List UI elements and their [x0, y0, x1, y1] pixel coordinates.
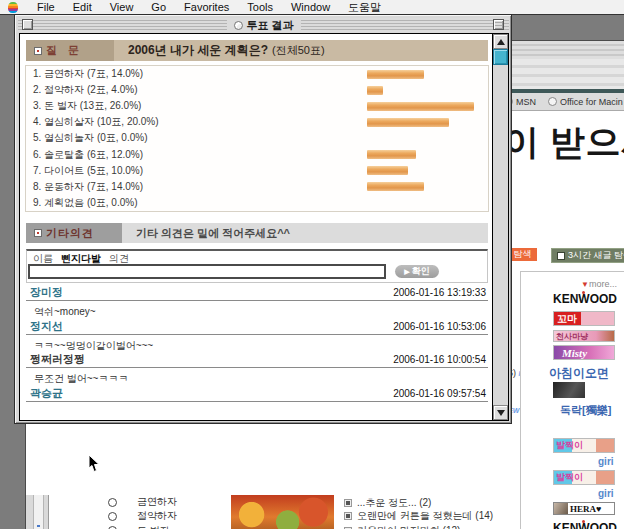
- result-bar: [367, 102, 474, 111]
- result-bar: [367, 182, 424, 191]
- camera-logo-image[interactable]: [553, 382, 585, 398]
- poll-option-row: 5. 열심히놀자 (0표, 0.0%): [26, 130, 488, 146]
- comment-entry: 장미정 2006-01-16 13:19:33 역쉬~money~: [26, 285, 488, 319]
- ad-misty-banner[interactable]: Misty: [553, 345, 615, 360]
- close-box[interactable]: [22, 19, 33, 30]
- comment-header: 쩡쩌러정쩡 2006-01-16 10:00:54: [26, 352, 488, 368]
- comment-list: 장미정 2006-01-16 13:19:33 역쉬~money~ 정지선 20…: [26, 285, 488, 419]
- frame-scroll-track: [33, 495, 44, 529]
- scrollbar[interactable]: [492, 34, 508, 420]
- vote-form: 금연하자 절약하자 돈 벌자 열심히살자 열심히놀자 솔로탈출: [96, 495, 226, 529]
- poll-option-row: 7. 다이어트 (5표, 10.0%): [26, 163, 488, 179]
- etc-opinion-hint: 기타 의견은 밑에 적어주세요^^: [122, 223, 290, 243]
- ad-baljjigi-banner[interactable]: 발찍이: [553, 470, 615, 485]
- more-link[interactable]: ▼more...: [581, 279, 617, 289]
- ad-morning-link[interactable]: 아침이오면: [549, 365, 609, 382]
- banner-text: 이 받으세: [504, 119, 624, 166]
- submit-button[interactable]: ▶ 확인: [395, 265, 439, 278]
- up-arrow-icon: [497, 39, 505, 45]
- menu-tools[interactable]: Tools: [238, 0, 282, 14]
- poll-option-row: 3. 돈 벌자 (13표, 26.0%): [26, 98, 488, 114]
- comment-text: 역쉬~money~: [26, 301, 488, 319]
- vote-option-row: 금연하자: [96, 495, 226, 509]
- menu-window[interactable]: Window: [282, 0, 339, 14]
- board-item[interactable]: ...추운 정도... (2): [344, 496, 431, 509]
- comment-header: 정지선 2006-01-16 10:53:06: [26, 319, 488, 335]
- poll-options-list: 1. 금연하자 (7표, 14.0%) 2. 절약하자 (2표, 4.0%) 3…: [25, 65, 489, 212]
- windowshade-box[interactable]: [493, 19, 504, 30]
- bullet-square-icon: [34, 229, 42, 237]
- result-bar: [367, 150, 416, 159]
- down-arrow-icon: [497, 410, 505, 416]
- favorites-item-office[interactable]: Office for Macin: [542, 96, 624, 108]
- result-bar: [367, 166, 408, 175]
- lantern-photo[interactable]: [231, 495, 334, 529]
- bullet-square-icon: [34, 47, 42, 55]
- poll-option-row: 1. 금연하자 (7표, 14.0%): [26, 66, 488, 82]
- radio-button[interactable]: [108, 512, 117, 521]
- comment-timestamp: 2006-01-16 10:00:54: [393, 354, 486, 365]
- comment-author[interactable]: 정지선: [30, 319, 63, 334]
- ad-dokrak-link[interactable]: 독락[獨樂]: [560, 403, 611, 418]
- poll-option-row: 8. 운동하자 (7표, 14.0%): [26, 179, 488, 195]
- comment-timestamp: 2006-01-16 09:57:54: [393, 388, 486, 399]
- window-icon: [233, 21, 242, 30]
- radio-button[interactable]: [108, 498, 117, 507]
- ad-giri-link[interactable]: giri: [598, 488, 614, 499]
- opinion-form: 이름 삔지다발 의견 ▶ 확인: [26, 249, 488, 283]
- comment-header: 곽승균 2006-01-16 09:57:54: [26, 386, 488, 402]
- recent-posts-badge[interactable]: 3시간 새글 탐색: [551, 248, 624, 263]
- window-title-bar[interactable]: 투표 결과: [18, 18, 509, 32]
- poll-option-row: 2. 절약하자 (2표, 4.0%): [26, 82, 488, 98]
- ad-komma-banner[interactable]: 꼬마: [553, 311, 615, 326]
- comment-author[interactable]: 곽승균: [30, 386, 63, 401]
- ad-baljjigi-banner[interactable]: 발찍이: [553, 438, 615, 453]
- frame-scroll-strip[interactable]: [26, 495, 49, 529]
- comment-entry: 곽승균 2006-01-16 09:57:54: [26, 386, 488, 420]
- comment-entry: 정지선 2006-01-16 10:53:06 ㅋㅋ~~멍멍이같이벌어~~~: [26, 319, 488, 353]
- ad-kenwood[interactable]: KENWOOD: [553, 521, 617, 529]
- poll-result-window: 투표 결과 질 문 2006년 내가 세운 계획은? (전체50표): [14, 14, 512, 424]
- badge-box-icon: [557, 252, 565, 260]
- window-content: 질 문 2006년 내가 세운 계획은? (전체50표) 1. 금연하자 (7표…: [19, 33, 509, 421]
- question-title: 2006년 내가 세운 계획은? (전체50표): [114, 40, 325, 61]
- poll-option-row: 6. 솔로탈출 (6표, 12.0%): [26, 146, 488, 162]
- etc-opinion-label: 기타의견: [26, 223, 122, 243]
- poll-option-row: 9. 계획없음 (0표, 0.0%): [26, 195, 488, 211]
- strip-mark: [37, 525, 40, 527]
- menu-view[interactable]: View: [101, 0, 143, 14]
- menu-go[interactable]: Go: [142, 0, 175, 14]
- board-item[interactable]: 오랜만에 커튼을 젖혔는데 (14): [344, 509, 493, 522]
- vote-option-row: 절약하자: [96, 509, 226, 523]
- question-header: 질 문 2006년 내가 세운 계획은? (전체50표): [26, 40, 488, 61]
- scroll-down-button[interactable]: [493, 405, 508, 420]
- board-item[interactable]: 겨울맞이 마지막회 (12): [344, 524, 460, 529]
- comment-text: ㅋㅋ~~멍멍이같이벌어~~~: [26, 335, 488, 353]
- ad-kenwood[interactable]: KENWOOD: [553, 292, 617, 306]
- menu-favorites[interactable]: Favorites: [175, 0, 238, 14]
- comment-timestamp: 2006-01-16 13:19:33: [393, 287, 486, 298]
- comment-text: 무조건 벌어~~ㅋㅋㅋ: [26, 368, 488, 386]
- result-bar: [367, 86, 383, 95]
- scroll-thumb[interactable]: [493, 49, 508, 65]
- ad-chonsa-banner[interactable]: 천사마냥: [553, 330, 615, 342]
- ad-hera-banner[interactable]: HERA♥: [553, 502, 615, 515]
- menu-edit[interactable]: Edit: [64, 0, 101, 14]
- opinion-input[interactable]: [28, 264, 386, 279]
- scroll-up-button[interactable]: [493, 34, 508, 49]
- comment-entry: 쩡쩌러정쩡 2006-01-16 10:00:54 무조건 벌어~~ㅋㅋㅋ: [26, 352, 488, 386]
- menu-file[interactable]: File: [28, 0, 64, 14]
- hera-thumb: [554, 503, 568, 514]
- comment-author[interactable]: 쩡쩌러정쩡: [30, 352, 85, 367]
- comment-author[interactable]: 장미정: [30, 285, 63, 300]
- comment-text: [26, 402, 488, 406]
- poll-content: 질 문 2006년 내가 세운 계획은? (전체50표) 1. 금연하자 (7표…: [21, 35, 494, 419]
- more-triangle-icon: ▼: [581, 280, 589, 289]
- menu-help[interactable]: 도움말: [339, 0, 390, 14]
- ad-giri-link[interactable]: giri: [598, 456, 614, 467]
- mouse-cursor: [88, 455, 100, 473]
- favorite-icon: [548, 97, 557, 106]
- post-icon: [344, 499, 352, 507]
- apple-menu-icon[interactable]: [8, 2, 18, 13]
- vote-option-row: 돈 벌자: [96, 524, 226, 529]
